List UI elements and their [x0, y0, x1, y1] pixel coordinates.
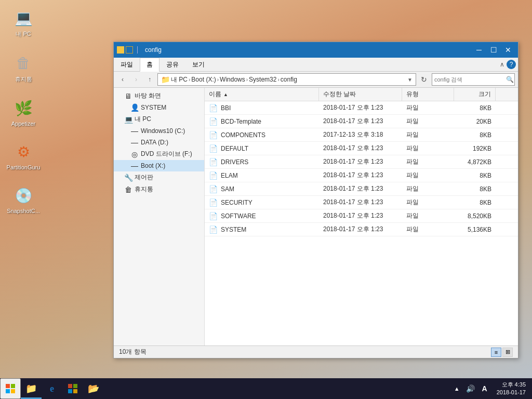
- file-name-cell: 📄 ELAM: [205, 170, 319, 181]
- nav-item-data[interactable]: — DATA (D:): [114, 137, 204, 148]
- path-mypc: 내 PC: [171, 75, 188, 84]
- tab-view[interactable]: 보기: [185, 58, 211, 71]
- search-box[interactable]: 🔍: [432, 73, 515, 86]
- nav-item-boot[interactable]: — Boot (X:): [114, 160, 204, 171]
- table-row[interactable]: 📄 SYSTEM 2018-01-17 오후 1:23 파일 5,136KB: [205, 223, 518, 236]
- table-row[interactable]: 📄 BCD-Template 2018-01-17 오후 1:23 파일 20K…: [205, 115, 518, 128]
- table-row[interactable]: 📄 COMPONENTS 2017-12-13 오후 3:18 파일 8KB: [205, 128, 518, 142]
- taskbar-store-button[interactable]: [62, 378, 83, 399]
- system-clock[interactable]: 오후 4:35 2018-01-17: [493, 381, 530, 397]
- file-size-cell: 20KB: [454, 117, 496, 126]
- taskbar-explorer-button[interactable]: 📁: [21, 378, 42, 399]
- desktop-icon-partitionguru[interactable]: ⚙ PartitionGuru: [5, 139, 42, 172]
- close-button[interactable]: ✕: [501, 45, 515, 55]
- taskbar-ie-button[interactable]: e: [42, 378, 62, 399]
- file-name: DEFAULT: [221, 145, 248, 152]
- nav-item-recycle[interactable]: 🗑 휴지통: [114, 183, 204, 195]
- desktop-icon-appetizer[interactable]: 🌿 Appetizer: [5, 96, 42, 129]
- tab-home[interactable]: 홈: [140, 58, 159, 72]
- svg-rect-0: [6, 384, 10, 388]
- header-size[interactable]: 크기: [454, 88, 496, 101]
- search-input[interactable]: [434, 76, 506, 83]
- table-row[interactable]: 📄 ELAM 2018-01-17 오후 1:23 파일 8KB: [205, 169, 518, 182]
- desktop-icon-mypc[interactable]: 💻 내 PC: [5, 5, 42, 40]
- nav-item-desktop[interactable]: 🖥 바탕 화면: [114, 90, 204, 102]
- svg-rect-5: [73, 384, 77, 388]
- file-name-cell: 📄 SOFTWARE: [205, 211, 319, 221]
- file-date-cell: 2018-01-17 오후 1:23: [319, 183, 402, 194]
- address-path[interactable]: 📁 내 PC › Boot (X:) › Windows › System32 …: [157, 73, 416, 86]
- table-row[interactable]: 📄 SOFTWARE 2018-01-17 오후 1:23 파일 8,520KB: [205, 209, 518, 223]
- ribbon-collapse-button[interactable]: ∧: [497, 60, 507, 69]
- main-content: 🖥 바탕 화면 👤 SYSTEM 💻 내 PC — Windows10 (C:)…: [114, 88, 518, 345]
- table-row[interactable]: 📄 SECURITY 2018-01-17 오후 1:23 파일 8KB: [205, 196, 518, 209]
- file-date-cell: 2018-01-17 오후 1:23: [319, 143, 402, 154]
- start-button[interactable]: [0, 378, 21, 399]
- desktop-icon-trash[interactable]: 🗑 휴지통: [5, 50, 42, 85]
- back-button[interactable]: ‹: [117, 74, 128, 85]
- header-date[interactable]: 수정한 날짜: [319, 88, 402, 101]
- title-bar-icons: [117, 46, 133, 54]
- ribbon: 파일 홈 공유 보기 ∧ ?: [114, 58, 518, 72]
- path-config: config: [281, 76, 297, 83]
- file-size-cell: 4,872KB: [454, 157, 496, 167]
- file-type-cell: 파일: [402, 170, 454, 181]
- header-name[interactable]: 이름 ▲: [205, 88, 319, 101]
- speaker-icon[interactable]: 🔊: [464, 384, 477, 393]
- file-name-cell: 📄 BCD-Template: [205, 116, 319, 127]
- file-name-cell: 📄 SAM: [205, 184, 319, 194]
- svg-rect-1: [11, 384, 15, 388]
- title-divider: [137, 46, 138, 54]
- header-type-label: 유형: [406, 90, 419, 99]
- file-name-cell: 📄 SECURITY: [205, 197, 319, 208]
- mypc-icon: 💻: [13, 7, 34, 28]
- maximize-button[interactable]: ☐: [487, 45, 500, 55]
- minimize-button[interactable]: ─: [472, 45, 486, 55]
- header-size-label: 크기: [478, 90, 491, 99]
- file-size-cell: 8,520KB: [454, 211, 496, 221]
- table-row[interactable]: 📄 SAM 2018-01-17 오후 1:23 파일 8KB: [205, 182, 518, 196]
- file-type-cell: 파일: [402, 143, 454, 154]
- file-name: COMPONENTS: [221, 131, 265, 139]
- file-name: ELAM: [221, 172, 238, 179]
- nav-boot-label: Boot (X:): [141, 162, 200, 169]
- explorer-window: config ─ ☐ ✕ 파일 홈 공유 보기 ∧ ? ‹ ›: [113, 42, 518, 358]
- taskbar-folder2-button[interactable]: 📂: [83, 378, 104, 399]
- path-boot: Boot (X:): [191, 76, 216, 83]
- path-windows: Windows: [220, 76, 245, 83]
- nav-item-system[interactable]: 👤 SYSTEM: [114, 102, 204, 113]
- nav-item-win10[interactable]: — Windows10 (C:): [114, 125, 204, 137]
- file-icon: 📄: [209, 131, 218, 139]
- nav-recycle-label: 휴지통: [135, 185, 200, 194]
- tab-share[interactable]: 공유: [159, 58, 185, 71]
- table-row[interactable]: 📄 BBI 2018-01-17 오후 1:23 파일 8KB: [205, 101, 518, 115]
- file-size-cell: 8KB: [454, 171, 496, 180]
- title-icon-yellow: [117, 46, 124, 54]
- search-icon[interactable]: 🔍: [506, 76, 514, 83]
- large-icon-view-button[interactable]: ⊞: [502, 348, 513, 357]
- nav-item-dvd[interactable]: ◎ DVD 드라이브 (F:): [114, 148, 204, 160]
- file-name-cell: 📄 BBI: [205, 103, 319, 113]
- language-indicator[interactable]: A: [479, 384, 490, 393]
- refresh-button[interactable]: ↻: [418, 73, 430, 86]
- path-dropdown-icon[interactable]: ▼: [407, 77, 413, 83]
- tab-file[interactable]: 파일: [114, 58, 140, 71]
- file-icon: 📄: [209, 158, 218, 166]
- help-button[interactable]: ?: [507, 60, 516, 69]
- desktop-icon-snapshot[interactable]: 💿 SnapshotC...: [5, 183, 42, 216]
- file-size-cell: 192KB: [454, 144, 496, 153]
- nav-item-control[interactable]: 🔧 제어판: [114, 171, 204, 183]
- up-button[interactable]: ↑: [144, 74, 155, 85]
- forward-button[interactable]: ›: [130, 74, 142, 85]
- nav-pane: 🖥 바탕 화면 👤 SYSTEM 💻 내 PC — Windows10 (C:)…: [114, 88, 205, 345]
- status-count: 10개 항목: [119, 348, 147, 356]
- table-row[interactable]: 📄 DRIVERS 2018-01-17 오후 1:23 파일 4,872KB: [205, 155, 518, 169]
- header-type[interactable]: 유형: [402, 88, 454, 101]
- table-row[interactable]: 📄 DEFAULT 2018-01-17 오후 1:23 파일 192KB: [205, 142, 518, 155]
- detail-view-button[interactable]: ≡: [491, 348, 501, 357]
- nav-item-mypc[interactable]: 💻 내 PC: [114, 113, 204, 125]
- recycle-nav-icon: 🗑: [124, 185, 132, 194]
- appetizer-icon: 🌿: [13, 98, 34, 118]
- show-hidden-button[interactable]: ▲: [452, 385, 462, 392]
- path-folder-icon: 📁: [161, 75, 170, 84]
